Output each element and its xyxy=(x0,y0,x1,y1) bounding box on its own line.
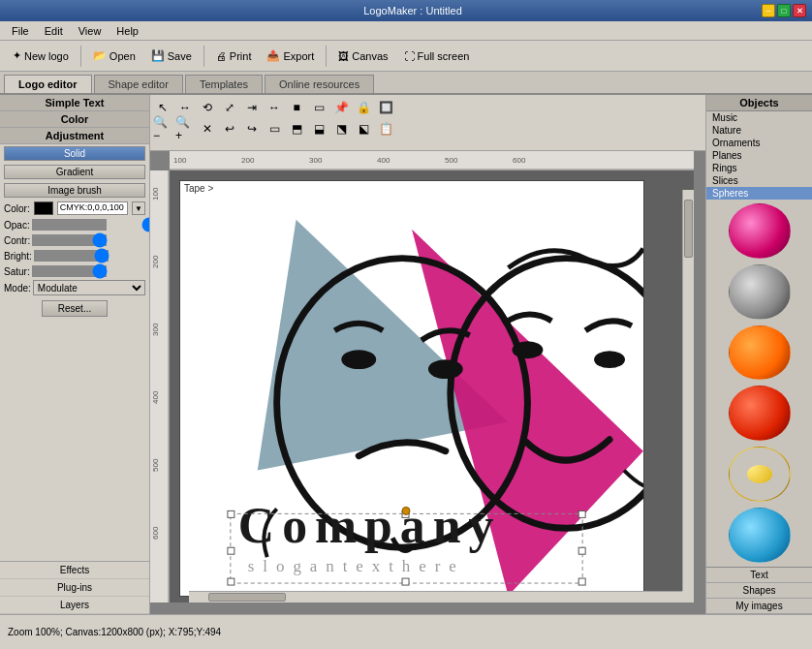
effects-tab[interactable]: Effects xyxy=(0,562,149,579)
redo-tool[interactable]: ↪ xyxy=(241,118,263,139)
category-planes[interactable]: Planes xyxy=(706,149,812,162)
main-tabs: Logo editor Shape editor Templates Onlin… xyxy=(0,72,812,95)
pin-tool[interactable]: 📌 xyxy=(330,97,352,118)
menu-view[interactable]: View xyxy=(71,23,109,39)
color-swatch[interactable] xyxy=(34,201,53,215)
canvas-white[interactable]: Tape > xyxy=(179,180,644,597)
sphere-yellow[interactable] xyxy=(729,447,791,502)
sphere-blue[interactable] xyxy=(729,508,791,563)
category-ornaments[interactable]: Ornaments xyxy=(706,137,812,149)
svg-text:300: 300 xyxy=(151,323,160,336)
gradient-button[interactable]: Gradient xyxy=(4,165,145,179)
opacity-slider[interactable] xyxy=(32,219,150,231)
category-music[interactable]: Music xyxy=(706,111,812,124)
sphere-gray[interactable] xyxy=(729,264,791,320)
mode-select[interactable]: Modulate Normal Multiply Screen xyxy=(33,280,145,295)
plugins-tab[interactable]: Plug-ins xyxy=(0,579,149,597)
fullscreen-button[interactable]: ⛶ Full screen xyxy=(397,44,477,69)
brightness-label: Bright: xyxy=(4,251,32,262)
vertical-scrollbar[interactable] xyxy=(682,190,694,591)
sphere-pink[interactable] xyxy=(729,203,791,259)
tools-row-1: ↖ ↔ ⟲ ⤢ ⇥ ↔ ■ ▭ 📌 🔒 🔲 xyxy=(152,97,703,118)
v-scroll-thumb[interactable] xyxy=(684,200,693,258)
align-center-tool[interactable]: ⬓ xyxy=(308,118,329,139)
undo-tool[interactable]: ↩ xyxy=(219,118,240,139)
ruler-and-canvas: 100 200 300 400 500 600 100 200 300 400 … xyxy=(150,151,705,614)
print-button[interactable]: 🖨 Print xyxy=(209,44,259,69)
image-brush-button[interactable]: Image brush xyxy=(4,183,145,198)
open-button[interactable]: 📂 Open xyxy=(86,44,142,69)
close-button[interactable]: ✕ xyxy=(793,4,806,17)
svg-text:200: 200 xyxy=(241,156,255,165)
menu-help[interactable]: Help xyxy=(109,23,146,39)
rotate-tool[interactable]: ⟲ xyxy=(197,97,218,118)
align-bottom-tool[interactable]: ⬕ xyxy=(353,118,374,139)
align-top-tool[interactable]: ⬔ xyxy=(330,118,352,139)
align-left-tool[interactable]: ⬒ xyxy=(286,118,307,139)
color-dropdown-icon[interactable]: ▼ xyxy=(132,201,145,215)
text-tab[interactable]: Text xyxy=(706,568,812,583)
fullscreen-icon: ⛶ xyxy=(404,50,415,62)
save-button[interactable]: 💾 Save xyxy=(144,44,199,69)
canvas-icon: 🖼 xyxy=(338,50,349,62)
main-layout: Simple Text Color Adjustment Solid Gradi… xyxy=(0,95,812,614)
main-toolbar: ✦ New logo 📂 Open 💾 Save 🖨 Print 📤 Expor… xyxy=(0,41,812,72)
contrast-slider[interactable] xyxy=(32,234,150,246)
frame-tool[interactable]: 🔲 xyxy=(375,97,396,118)
tab-templates[interactable]: Templates xyxy=(185,75,263,93)
svg-rect-30 xyxy=(228,578,234,585)
layers-tab[interactable]: Layers xyxy=(0,597,149,614)
paste-tool[interactable]: 📋 xyxy=(375,118,396,139)
right-panel: Objects Music Nature Ornaments Planes Ri… xyxy=(705,95,812,614)
svg-point-18 xyxy=(428,359,463,379)
resize-tool[interactable]: ⤢ xyxy=(219,97,240,118)
svg-point-21 xyxy=(594,351,625,368)
canvas-area: ↖ ↔ ⟲ ⤢ ⇥ ↔ ■ ▭ 📌 🔒 🔲 🔍− 🔍+ ✕ ↩ ↪ ▭ ⬒ xyxy=(150,95,705,614)
svg-text:100: 100 xyxy=(173,156,187,165)
category-slices[interactable]: Slices xyxy=(706,174,812,187)
canvas-button[interactable]: 🖼 Canvas xyxy=(331,44,394,69)
lock-tool[interactable]: 🔒 xyxy=(353,97,374,118)
sphere-orange[interactable] xyxy=(729,325,791,381)
menu-edit[interactable]: Edit xyxy=(37,23,71,39)
export-button[interactable]: 📤 Export xyxy=(260,44,321,69)
cancel-tool[interactable]: ✕ xyxy=(197,118,218,139)
svg-rect-25 xyxy=(228,510,234,517)
category-spheres[interactable]: Spheres xyxy=(706,187,812,200)
new-logo-button[interactable]: ✦ New logo xyxy=(6,44,76,69)
rect-tool[interactable]: ▭ xyxy=(308,97,329,118)
gradient-row: Gradient xyxy=(0,163,149,181)
svg-text:300: 300 xyxy=(309,156,323,165)
svg-text:400: 400 xyxy=(377,156,390,165)
export-icon: 📤 xyxy=(266,49,280,62)
solid-button[interactable]: Solid xyxy=(4,146,145,161)
category-rings[interactable]: Rings xyxy=(706,162,812,174)
menu-file[interactable]: File xyxy=(4,23,37,39)
group-tool[interactable]: ▭ xyxy=(264,118,285,139)
svg-rect-27 xyxy=(578,510,585,517)
distribute-tool[interactable]: ↔ xyxy=(264,97,285,118)
tab-online-resources[interactable]: Online resources xyxy=(265,75,374,93)
minimize-button[interactable]: ─ xyxy=(762,4,775,17)
sphere-red[interactable] xyxy=(729,386,791,441)
fill-tool[interactable]: ■ xyxy=(286,97,307,118)
color-value[interactable]: CMYK:0,0,0,100 xyxy=(57,201,128,215)
tab-logo-editor[interactable]: Logo editor xyxy=(4,75,92,93)
h-scroll-thumb[interactable] xyxy=(208,593,286,602)
reset-button[interactable]: Reset... xyxy=(42,300,108,317)
horizontal-scrollbar[interactable] xyxy=(189,591,682,603)
zoom-out-tool[interactable]: 🔍− xyxy=(152,118,173,139)
brightness-slider[interactable] xyxy=(34,250,150,262)
saturation-slider[interactable] xyxy=(32,265,150,277)
toolbar-sep-2 xyxy=(203,46,204,67)
my-images-tab[interactable]: My images xyxy=(706,599,812,614)
align-right-tool[interactable]: ⇥ xyxy=(241,97,263,118)
tab-shape-editor[interactable]: Shape editor xyxy=(94,75,183,93)
svg-rect-29 xyxy=(578,547,585,554)
canvas-content[interactable]: Tape > xyxy=(170,170,694,603)
maximize-button[interactable]: □ xyxy=(777,4,791,17)
zoom-in-tool[interactable]: 🔍+ xyxy=(174,118,196,139)
shapes-tab[interactable]: Shapes xyxy=(706,583,812,599)
category-nature[interactable]: Nature xyxy=(706,124,812,137)
mode-label: Mode: xyxy=(4,283,31,294)
